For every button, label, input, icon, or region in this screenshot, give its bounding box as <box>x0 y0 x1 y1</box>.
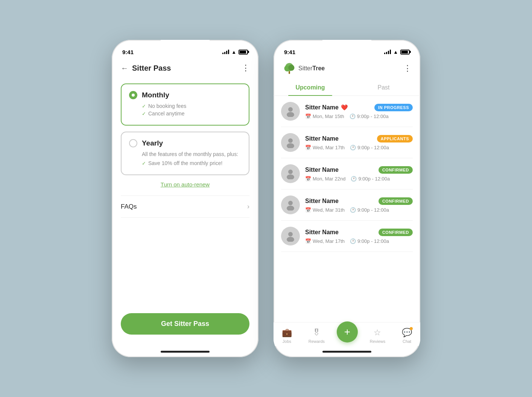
battery-icon <box>239 50 248 55</box>
booking-item[interactable]: Sitter Name CONFIRMED 📅 Wed, Mar 17th 🕐 … <box>281 221 413 252</box>
svg-point-2 <box>288 65 294 71</box>
time-detail: 🕐 9:00p - 12:00a <box>350 145 389 150</box>
notch <box>161 40 210 53</box>
status-badge: CONFIRMED <box>378 166 413 174</box>
booking-top: Sitter Name CONFIRMED <box>305 229 413 236</box>
clock-icon: 🕐 <box>350 145 356 150</box>
monthly-plan-name: Monthly <box>142 91 169 99</box>
back-button[interactable]: ← <box>121 64 128 73</box>
booking-details: 📅 Wed, Mar 17th 🕐 9:00p - 12:00a <box>305 145 413 150</box>
time-left: 9:41 <box>122 49 134 55</box>
avatar <box>281 102 300 121</box>
tab-past[interactable]: Past <box>347 80 420 95</box>
rewards-label: Rewards <box>309 339 325 344</box>
check-icon: ✓ <box>142 103 146 109</box>
feature-item: ✓ Save 10% off the monthly price! <box>142 160 241 166</box>
status-badge: APPLICANTS <box>377 135 413 142</box>
yearly-plan-desc: All the features of the monthly pass, pl… <box>142 151 241 157</box>
date-detail: 📅 Wed, Mar 31th <box>305 207 345 213</box>
booking-item[interactable]: Sitter Name CONFIRMED 📅 Wed, Mar 31th 🕐 … <box>281 189 413 221</box>
check-icon: ✓ <box>142 161 146 166</box>
yearly-plan-card[interactable]: Yearly All the features of the monthly p… <box>121 132 249 175</box>
nav-chat[interactable]: 💬 Chat <box>397 326 416 346</box>
header: ← Sitter Pass ⋮ <box>112 59 258 77</box>
clock-icon: 🕐 <box>350 114 356 119</box>
booking-details: 📅 Wed, Mar 31th 🕐 9:00p - 12:00a <box>305 207 413 213</box>
booking-name: Sitter Name <box>305 229 339 236</box>
yearly-plan-name: Yearly <box>142 139 163 147</box>
status-badge: IN PROGRESS <box>374 104 413 111</box>
add-fab-button[interactable]: + <box>337 321 358 342</box>
jobs-icon: 💼 <box>282 328 292 338</box>
nav-jobs[interactable]: 💼 Jobs <box>277 326 296 346</box>
header-left: ← Sitter Pass <box>121 64 171 73</box>
sittertree-header: SitterTree ⋮ <box>274 59 420 80</box>
wifi-icon-right: ▲ <box>393 49 398 55</box>
auto-renew-section: Turn on auto-renew <box>121 181 249 188</box>
time-detail: 🕐 9:00p - 12:00a <box>350 238 389 244</box>
date-detail: 📅 Mon, Mar 15th <box>305 114 344 119</box>
more-menu-button[interactable]: ⋮ <box>242 63 249 73</box>
jobs-label: Jobs <box>283 339 291 344</box>
logo-sitter: Sitter <box>298 65 312 71</box>
monthly-radio[interactable] <box>129 91 137 99</box>
avatar <box>281 195 300 214</box>
time-detail: 🕐 9:00p - 12:00a <box>350 207 389 213</box>
booking-details: 📅 Wed, Mar 17th 🕐 9:00p - 12:00a <box>305 238 413 244</box>
feature-text: Save 10% off the monthly price! <box>148 160 222 166</box>
svg-point-4 <box>288 107 293 112</box>
status-badge: CONFIRMED <box>378 229 413 236</box>
booking-details: 📅 Mon, Mar 15th 🕐 9:00p - 12:00a <box>305 114 413 119</box>
yearly-radio[interactable] <box>129 139 137 147</box>
date-detail: 📅 Wed, Mar 17th <box>305 238 345 244</box>
svg-point-12 <box>288 232 293 236</box>
status-icons-left: ▲ <box>222 49 248 55</box>
booking-name: Sitter Name <box>305 135 339 142</box>
time-detail: 🕐 9:00p - 12:00a <box>350 114 389 119</box>
tab-upcoming[interactable]: Upcoming <box>274 80 347 95</box>
booking-info: Sitter Name APPLICANTS 📅 Wed, Mar 17th 🕐… <box>305 135 413 150</box>
svg-point-7 <box>287 143 294 148</box>
booking-info: Sitter Name ❤️ IN PROGRESS 📅 Mon, Mar 15… <box>305 104 413 119</box>
logo-tree: Tree <box>312 65 325 71</box>
signal-icon <box>222 50 229 54</box>
faqs-row[interactable]: FAQs › <box>121 196 249 217</box>
monthly-plan-card[interactable]: Monthly ✓ No booking fees ✓ Cancel anyti… <box>121 83 249 126</box>
chat-label: Chat <box>403 339 411 344</box>
booking-name: Sitter Name ❤️ <box>305 104 348 111</box>
avatar <box>281 133 300 152</box>
get-sitter-pass-button[interactable]: Get Sitter Pass <box>121 313 249 335</box>
time-right: 9:41 <box>284 49 295 55</box>
plus-icon: + <box>344 326 350 338</box>
nav-reviews[interactable]: ☆ Reviews <box>365 326 390 346</box>
home-indicator-right <box>274 346 420 357</box>
page-title: Sitter Pass <box>132 64 171 73</box>
tabs-row: Upcoming Past <box>274 80 420 96</box>
date-detail: 📅 Wed, Mar 17th <box>305 145 345 150</box>
booking-item[interactable]: Sitter Name ❤️ IN PROGRESS 📅 Mon, Mar 15… <box>281 96 413 127</box>
sittertree-logo: SitterTree <box>283 62 325 75</box>
more-menu-button-right[interactable]: ⋮ <box>403 64 411 73</box>
rewards-icon: 🎖 <box>312 328 321 338</box>
booking-item[interactable]: Sitter Name APPLICANTS 📅 Wed, Mar 17th 🕐… <box>281 127 413 158</box>
yearly-plan-features: ✓ Save 10% off the monthly price! <box>142 160 241 166</box>
booking-info: Sitter Name CONFIRMED 📅 Wed, Mar 17th 🕐 … <box>305 229 413 244</box>
booking-name: Sitter Name <box>305 198 339 205</box>
left-phone: 9:41 ▲ ← Sitter Pass ⋮ <box>112 40 258 357</box>
feature-text: Cancel anytime <box>148 111 185 117</box>
sitter-pass-screen: ← Sitter Pass ⋮ Monthly ✓ No booking fee… <box>112 59 258 357</box>
booking-details: 📅 Mon, Mar 22nd 🕐 9:00p - 12:00a <box>305 176 413 182</box>
tree-logo-icon <box>283 62 296 75</box>
feature-item: ✓ No booking fees <box>142 103 241 109</box>
divider-bottom <box>121 217 249 218</box>
nav-rewards[interactable]: 🎖 Rewards <box>304 326 329 346</box>
svg-point-10 <box>288 201 293 205</box>
auto-renew-link[interactable]: Turn on auto-renew <box>161 181 210 188</box>
monthly-plan-features: ✓ No booking fees ✓ Cancel anytime <box>142 103 241 117</box>
booking-info: Sitter Name CONFIRMED 📅 Wed, Mar 31th 🕐 … <box>305 197 413 213</box>
booking-item[interactable]: Sitter Name CONFIRMED 📅 Mon, Mar 22nd 🕐 … <box>281 158 413 189</box>
sittertree-screen: SitterTree ⋮ Upcoming Past <box>274 59 420 357</box>
battery-icon-right <box>400 50 410 55</box>
sittertree-logo-text: SitterTree <box>298 65 325 72</box>
booking-info: Sitter Name CONFIRMED 📅 Mon, Mar 22nd 🕐 … <box>305 166 413 182</box>
